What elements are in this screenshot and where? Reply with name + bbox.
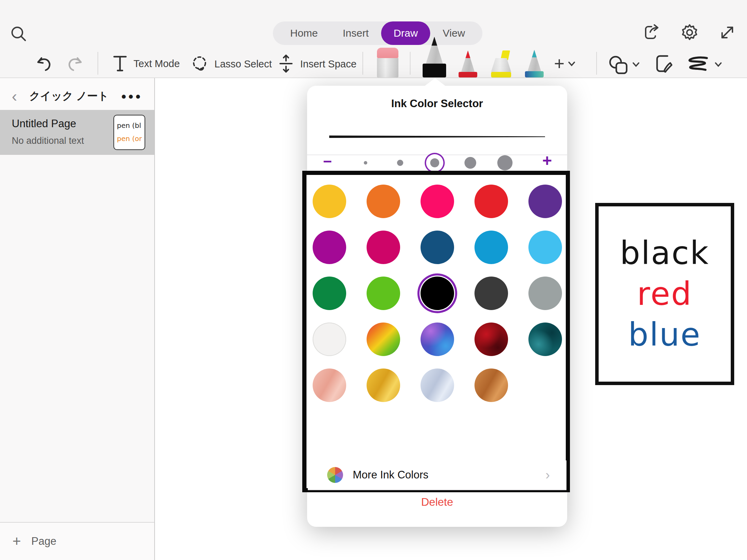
toolbar-divider: [98, 52, 98, 75]
toolbar-divider: [410, 52, 411, 75]
color-swatch-rose-gold[interactable]: [313, 368, 346, 402]
color-swatch-red[interactable]: [474, 185, 508, 218]
decrease-thickness-button[interactable]: −: [323, 153, 332, 169]
color-swatch-gray[interactable]: [528, 277, 562, 310]
thickness-dot-2[interactable]: [397, 160, 403, 166]
black-pen-tool[interactable]: [423, 37, 446, 77]
toolbar-divider: [362, 52, 363, 75]
undo-button[interactable]: [35, 55, 54, 74]
color-swatch-grid: [307, 175, 567, 402]
search-icon[interactable]: [9, 24, 28, 44]
page-sidebar: ‹ クイック ノート ●●● Untitled Page No addition…: [0, 78, 155, 560]
increase-thickness-button[interactable]: +: [542, 153, 552, 169]
color-swatch-purple[interactable]: [528, 185, 562, 218]
handwritten-word-black: black: [620, 237, 709, 269]
color-swatch-light-blue[interactable]: [528, 231, 562, 264]
shapes-icon: [607, 54, 629, 75]
insert-space-label: Insert Space: [300, 58, 357, 70]
plus-icon: +: [554, 55, 564, 72]
back-chevron-icon[interactable]: ‹: [12, 88, 17, 104]
handwritten-word-blue: blue: [628, 319, 701, 351]
yellow-highlighter-tool[interactable]: [491, 50, 511, 77]
notebook-title: クイック ノート: [17, 89, 121, 103]
page-subtitle: No additional text: [12, 136, 84, 146]
more-ink-colors-label: More Ink Colors: [353, 469, 428, 481]
toolbar-divider: [596, 52, 597, 75]
color-swatch-silver[interactable]: [421, 368, 454, 402]
ink-annotation-box: blackredblue: [595, 203, 734, 385]
color-swatch-green[interactable]: [313, 277, 346, 310]
ink-to-text-button[interactable]: [654, 54, 674, 75]
page-thumbnail: pen (blpen (or: [113, 115, 145, 150]
color-swatch-yellow[interactable]: [313, 185, 346, 218]
thickness-dot-1[interactable]: [364, 161, 367, 165]
insert-space-icon: [277, 54, 295, 74]
thumbnail-ink-text: pen (bl: [117, 119, 145, 132]
thumbnail-ink-text: pen (or: [117, 132, 145, 145]
thickness-dot-5[interactable]: [497, 155, 513, 170]
lasso-select-button[interactable]: Lasso Select: [190, 54, 272, 74]
tab-insert[interactable]: Insert: [330, 21, 381, 45]
page-list-item-selected[interactable]: Untitled Page No additional text pen (bl…: [0, 110, 154, 155]
thickness-dot-4[interactable]: [464, 157, 476, 169]
color-swatch-bronze[interactable]: [474, 368, 508, 402]
stroke-width-preview: [329, 134, 545, 140]
text-mode-label: Text Mode: [133, 58, 180, 69]
scribble-icon: [685, 55, 710, 73]
color-swatch-magenta[interactable]: [313, 231, 346, 264]
color-swatch-cyan-blue[interactable]: [474, 231, 508, 264]
text-mode-button[interactable]: Text Mode: [111, 54, 180, 73]
ink-color-selector-popup: Ink Color Selector − + More Ink Colors ›…: [307, 86, 567, 527]
color-swatch-dark-blue[interactable]: [421, 231, 454, 264]
plus-icon: +: [12, 534, 21, 549]
delete-pen-button[interactable]: Delete: [307, 496, 567, 508]
eraser-tool[interactable]: [377, 48, 398, 77]
color-swatch-light-green[interactable]: [367, 277, 400, 310]
page-title: Untitled Page: [12, 118, 76, 130]
shapes-button[interactable]: [607, 54, 640, 75]
settings-gear-icon[interactable]: [680, 23, 699, 42]
color-swatch-lava-red[interactable]: [474, 323, 508, 356]
color-swatch-pink[interactable]: [421, 185, 454, 218]
redo-button[interactable]: [65, 55, 84, 74]
color-swatch-raspberry[interactable]: [367, 231, 400, 264]
chevron-down-icon: [714, 60, 723, 69]
ribbon-tabs: HomeInsertDrawView: [273, 21, 482, 45]
share-icon[interactable]: [643, 23, 661, 42]
tab-home[interactable]: Home: [278, 21, 330, 45]
add-page-label: Page: [31, 535, 56, 548]
color-swatch-white[interactable]: [313, 323, 346, 356]
fullscreen-expand-icon[interactable]: [718, 23, 737, 42]
red-pen-tool[interactable]: [459, 50, 477, 77]
popup-title: Ink Color Selector: [307, 97, 567, 110]
chevron-down-icon: [567, 59, 576, 68]
color-swatch-gold[interactable]: [367, 368, 400, 402]
color-swatch-orange[interactable]: [367, 185, 400, 218]
insert-space-button[interactable]: Insert Space: [277, 54, 357, 74]
lasso-select-label: Lasso Select: [214, 58, 272, 70]
teal-galaxy-pen-tool[interactable]: [525, 50, 544, 77]
add-page-button[interactable]: + Page: [0, 522, 154, 560]
ink-to-shape-button[interactable]: [685, 55, 723, 73]
eraser-icon: [377, 48, 398, 58]
color-swatch-black[interactable]: [421, 277, 454, 310]
color-swatch-dark-gray[interactable]: [474, 277, 508, 310]
color-swatch-galaxy[interactable]: [421, 323, 454, 356]
color-swatch-glitter-rainbow[interactable]: [367, 323, 400, 356]
chevron-down-icon: [631, 60, 640, 69]
top-toolbar: HomeInsertDrawView: [0, 0, 747, 78]
chevron-right-icon: ›: [545, 468, 550, 483]
ink-to-text-icon: [654, 54, 674, 75]
color-wheel-icon: [327, 467, 343, 483]
text-mode-icon: [111, 54, 129, 73]
thickness-dot-3[interactable]: [430, 158, 439, 167]
add-pen-button[interactable]: +: [554, 55, 576, 72]
handwritten-word-red: red: [637, 278, 692, 310]
popup-arrow: [424, 78, 446, 86]
lasso-icon: [190, 54, 210, 74]
thickness-selector: − +: [307, 155, 567, 171]
more-ink-colors-button[interactable]: More Ink Colors ›: [308, 460, 566, 490]
more-options-icon[interactable]: ●●●: [121, 91, 142, 102]
color-swatch-ocean-teal[interactable]: [528, 323, 562, 356]
